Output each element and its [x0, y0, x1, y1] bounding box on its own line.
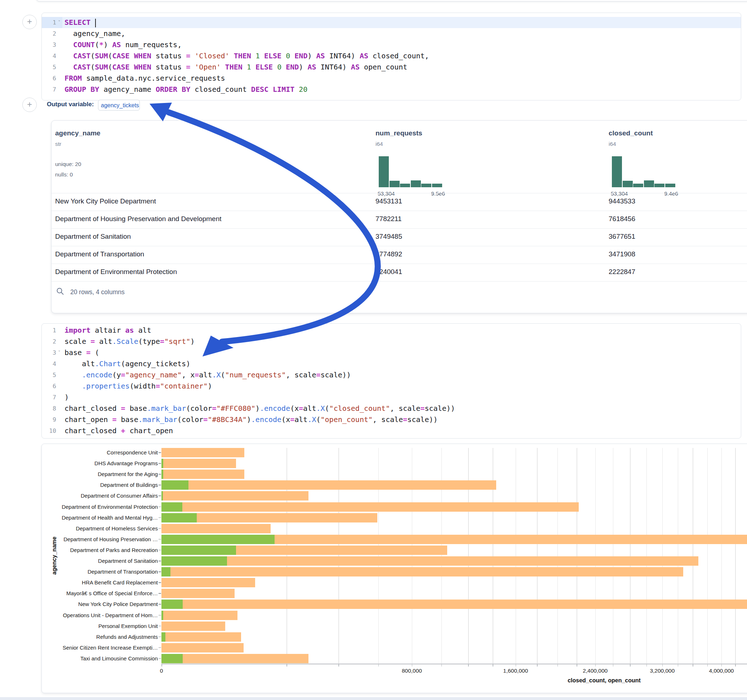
- table-row-num-requests: 3774892: [375, 250, 402, 258]
- fold-chevron-icon[interactable]: ˇ: [56, 17, 62, 28]
- fold-chevron-icon[interactable]: ˇ: [56, 347, 62, 358]
- python-line-9[interactable]: 9chart_open = base.mark_bar(color="#8BC3…: [42, 414, 741, 425]
- table-row-agency-name: Department of Sanitation: [55, 232, 131, 241]
- code-text: chart_open = base.mark_bar(color="#8BC34…: [65, 414, 438, 425]
- code-text: .encode(y="agency_name", x=alt.X("num_re…: [65, 370, 351, 381]
- histogram-min-label: 53,304: [378, 190, 395, 197]
- histogram-bin: [390, 181, 400, 187]
- fold-spacer: [56, 325, 62, 336]
- code-text: FROM sample_data.nyc.service_requests: [65, 73, 225, 84]
- histogram-bin: [421, 184, 431, 187]
- sql-line-6[interactable]: 6FROM sample_data.nyc.service_requests: [42, 73, 741, 84]
- line-number: 3: [42, 39, 56, 50]
- row-separator: [51, 211, 747, 211]
- fold-spacer: [56, 370, 62, 381]
- fold-spacer: [56, 336, 62, 347]
- histogram-min-label: 53,304: [611, 190, 628, 197]
- search-icon[interactable]: [56, 287, 65, 296]
- sql-line-5[interactable]: 5 CAST(SUM(CASE WHEN status = 'Open' THE…: [42, 62, 741, 73]
- line-number: 4: [42, 50, 56, 62]
- line-number: 8: [42, 403, 56, 414]
- table-row-agency-name: New York City Police Department: [55, 197, 156, 205]
- code-text: agency_name,: [65, 28, 126, 39]
- line-number: 9: [42, 414, 56, 425]
- row-separator: [51, 281, 747, 282]
- table-row-num-requests: 9453131: [375, 197, 402, 205]
- table-row-agency-name: Department of Transportation: [55, 250, 144, 258]
- line-number: 4: [42, 358, 56, 370]
- histogram-bin: [623, 181, 633, 187]
- line-number: 1: [42, 17, 56, 28]
- python-line-10[interactable]: 10chart_closed + chart_open: [42, 425, 741, 436]
- fold-spacer: [56, 50, 62, 62]
- line-number: 6: [42, 381, 56, 392]
- table-row-closed-count: 2222847: [609, 268, 635, 276]
- histogram-bin: [655, 184, 664, 187]
- table-row-num-requests: 2240041: [375, 268, 402, 276]
- histogram-bin: [644, 180, 654, 187]
- line-number: 10: [42, 425, 56, 436]
- code-text: CAST(SUM(CASE WHEN status = 'Open' THEN …: [65, 62, 407, 73]
- line-number: 1: [42, 325, 56, 336]
- python-line-1[interactable]: 1import altair as alt: [42, 325, 741, 336]
- notebook-page: { "ui": { "add_cell_icon": "+", "output_…: [0, 0, 747, 700]
- column-stat: nulls: 0: [55, 171, 73, 178]
- code-text: alt.Chart(agency_tickets): [65, 358, 190, 370]
- sql-line-7[interactable]: 7GROUP BY agency_name ORDER BY closed_co…: [42, 84, 741, 95]
- histogram-max-label: 9.4e6: [652, 190, 678, 197]
- query-results-table: agency_namestrunique: 20nulls: 0num_requ…: [51, 120, 747, 313]
- output-variable-label: Output variable:: [47, 101, 94, 108]
- python-line-8[interactable]: 8chart_closed = base.mark_bar(color="#FF…: [42, 403, 741, 414]
- python-line-3[interactable]: 3ˇbase = (: [42, 347, 741, 358]
- histogram-max-label: 9.5e6: [419, 190, 445, 197]
- table-footer: 20 rows, 4 columns: [70, 288, 125, 296]
- python-line-6[interactable]: 6 .properties(width="container"): [42, 381, 741, 392]
- table-row-num-requests: 7782211: [375, 215, 402, 223]
- table-row-closed-count: 3677651: [609, 232, 635, 241]
- sql-line-1[interactable]: 1ˇSELECT: [42, 17, 741, 28]
- python-line-5[interactable]: 5 .encode(y="agency_name", x=alt.X("num_…: [42, 370, 741, 381]
- histogram-bin: [665, 184, 675, 187]
- histogram-bin: [379, 156, 389, 187]
- python-line-2[interactable]: 2scale = alt.Scale(type="sqrt"): [42, 336, 741, 347]
- python-code-cell[interactable]: 1import altair as alt2scale = alt.Scale(…: [41, 323, 741, 439]
- column-type-agency_name: str: [55, 141, 61, 147]
- row-separator: [51, 264, 747, 264]
- fold-spacer: [56, 62, 62, 73]
- line-number: 7: [42, 84, 56, 95]
- add-cell-button-top[interactable]: +: [22, 15, 37, 29]
- sql-line-2[interactable]: 2 agency_name,: [42, 28, 741, 39]
- python-line-7[interactable]: 7): [42, 392, 741, 403]
- line-number: 2: [42, 336, 56, 347]
- fold-spacer: [56, 392, 62, 403]
- fold-spacer: [56, 84, 62, 95]
- add-cell-button-middle[interactable]: +: [22, 98, 37, 112]
- histogram-bin: [400, 184, 410, 187]
- row-separator: [51, 193, 747, 193]
- fold-spacer: [56, 28, 62, 39]
- column-header-agency_name: agency_name: [55, 129, 101, 137]
- python-line-4[interactable]: 4 alt.Chart(agency_tickets): [42, 358, 741, 370]
- fold-spacer: [56, 381, 62, 392]
- sql-line-3[interactable]: 3 COUNT(*) AS num_requests,: [42, 39, 741, 50]
- fold-spacer: [56, 39, 62, 50]
- output-variable-chip[interactable]: agency_tickets: [98, 100, 140, 110]
- previous-cell-edge: [36, 0, 747, 2]
- line-number: 5: [42, 62, 56, 73]
- sql-code-cell[interactable]: 1ˇSELECT 2 agency_name,3 COUNT(*) AS num…: [41, 13, 741, 101]
- fold-spacer: [56, 425, 62, 436]
- code-text: SELECT: [65, 17, 96, 28]
- fold-spacer: [56, 358, 62, 370]
- code-text: GROUP BY agency_name ORDER BY closed_cou…: [65, 84, 307, 95]
- column-stat: unique: 20: [55, 161, 81, 167]
- sql-line-4[interactable]: 4 CAST(SUM(CASE WHEN status = 'Closed' T…: [42, 50, 741, 62]
- code-text: chart_closed = base.mark_bar(color="#FFC…: [65, 403, 455, 414]
- line-number: 3: [42, 347, 56, 358]
- chart-output-card: [41, 444, 747, 693]
- code-text: ): [65, 392, 69, 403]
- table-row-closed-count: 7618456: [609, 215, 635, 223]
- code-text: COUNT(*) AS num_requests,: [65, 39, 181, 50]
- line-number: 5: [42, 370, 56, 381]
- histogram-bin: [612, 156, 622, 187]
- table-row-closed-count: 3471908: [609, 250, 635, 258]
